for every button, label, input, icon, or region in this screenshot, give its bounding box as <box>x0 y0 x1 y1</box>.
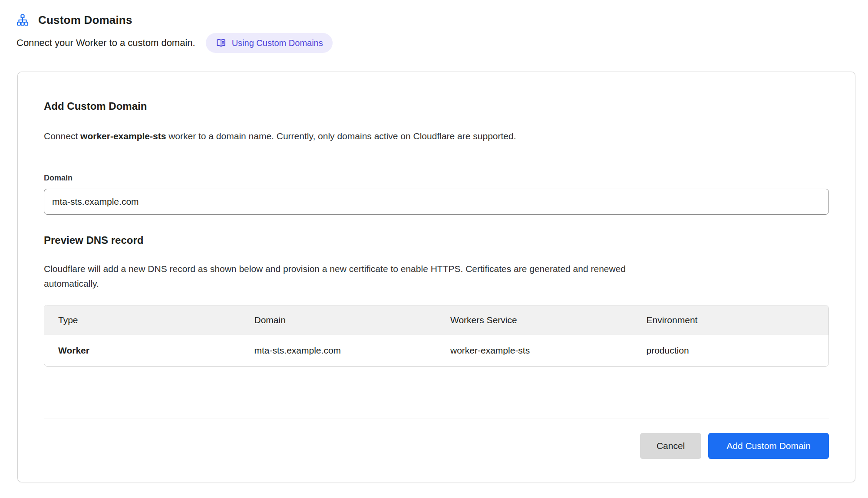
preview-dns-description: Cloudflare will add a new DNS record as … <box>44 262 673 291</box>
panel-intro: Connect worker-example-sts worker to a d… <box>44 129 829 143</box>
panel-heading: Add Custom Domain <box>44 100 829 113</box>
column-header-workers-service: Workers Service <box>436 305 633 335</box>
intro-prefix: Connect <box>44 131 80 141</box>
cell-type: Worker <box>44 335 241 366</box>
page-title: Custom Domains <box>38 13 132 27</box>
preview-dns-heading: Preview DNS record <box>44 234 829 247</box>
cell-environment: production <box>633 335 829 366</box>
column-header-type: Type <box>44 305 241 335</box>
table-header-row: Type Domain Workers Service Environment <box>44 305 828 335</box>
subtitle-row: Connect your Worker to a custom domain. … <box>17 33 868 53</box>
worker-name: worker-example-sts <box>80 131 166 141</box>
docs-link-using-custom-domains[interactable]: Using Custom Domains <box>206 33 333 53</box>
cell-workers-service: worker-example-sts <box>436 335 633 366</box>
add-custom-domain-button[interactable]: Add Custom Domain <box>708 433 829 459</box>
intro-suffix: worker to a domain name. Currently, only… <box>166 131 516 141</box>
docs-link-label: Using Custom Domains <box>232 38 323 48</box>
column-header-environment: Environment <box>633 305 829 335</box>
open-book-icon <box>215 37 227 49</box>
title-row: Custom Domains <box>17 13 868 27</box>
cancel-button[interactable]: Cancel <box>640 433 701 459</box>
page-header: Custom Domains Connect your Worker to a … <box>0 0 868 53</box>
panel-footer: Cancel Add Custom Domain <box>44 433 829 459</box>
sitemap-icon <box>17 14 29 26</box>
footer-divider <box>44 419 829 419</box>
add-custom-domain-panel: Add Custom Domain Connect worker-example… <box>17 72 855 482</box>
domain-field-label: Domain <box>44 174 829 183</box>
column-header-domain: Domain <box>241 305 437 335</box>
cell-domain: mta-sts.example.com <box>241 335 437 366</box>
table-row: Worker mta-sts.example.com worker-exampl… <box>44 335 828 366</box>
page-subtitle: Connect your Worker to a custom domain. <box>17 37 195 49</box>
domain-input[interactable] <box>44 189 829 215</box>
dns-record-table: Type Domain Workers Service Environment … <box>44 305 829 367</box>
